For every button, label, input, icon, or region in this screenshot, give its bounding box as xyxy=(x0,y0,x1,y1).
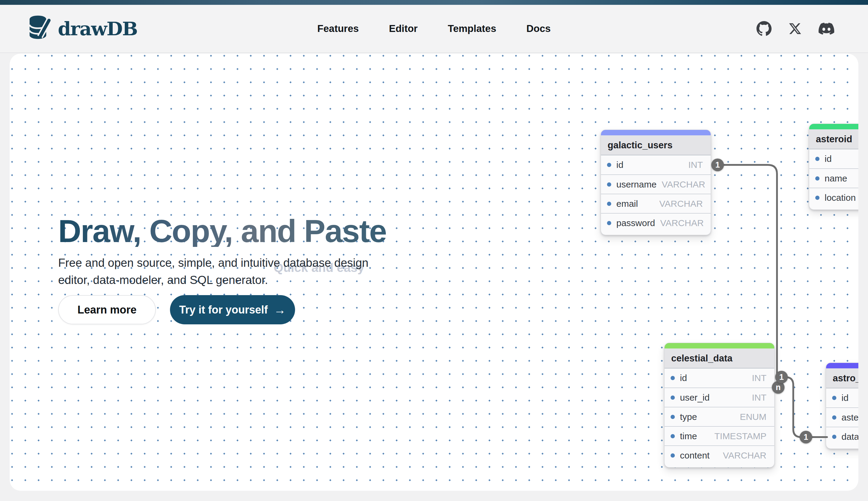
hero-copy: Quick and easy Draw, Copy, and Paste Fre… xyxy=(58,215,414,324)
field-type: ENUM xyxy=(740,412,767,422)
field-name: id xyxy=(617,160,623,170)
field-row: data_i xyxy=(826,427,858,446)
field-type: INT xyxy=(688,160,703,170)
field-dot-icon xyxy=(832,396,836,400)
drawdb-logo-icon xyxy=(28,15,54,43)
field-row: id xyxy=(826,388,858,407)
field-name: password xyxy=(617,218,655,228)
field-dot-icon xyxy=(815,196,819,200)
field-row: usernameVARCHAR xyxy=(601,174,711,194)
discord-icon[interactable] xyxy=(818,21,834,36)
table-name: astro_m xyxy=(826,369,858,388)
field-name: id xyxy=(680,373,687,383)
field-name: data_i xyxy=(842,432,858,442)
cardinality-badge-1: 1 xyxy=(711,159,724,171)
field-name: content xyxy=(680,450,709,461)
field-dot-icon xyxy=(832,415,836,419)
field-dot-icon xyxy=(832,435,836,439)
table-name: asteroid xyxy=(809,129,858,149)
try-it-label: Try it for yourself xyxy=(179,303,268,316)
field-row: idINT xyxy=(665,369,774,388)
main-nav: Features Editor Templates Docs xyxy=(317,23,551,34)
field-type: VARCHAR xyxy=(660,199,703,209)
field-row: passwordVARCHAR xyxy=(601,213,711,232)
field-row: contentVARCHAR xyxy=(665,446,774,465)
hero-canvas: galactic_usersidINTusernameVARCHARemailV… xyxy=(10,54,858,491)
hero-subtitle-line2: editor, data-modeler, and SQL generator. xyxy=(58,274,268,286)
table-name: celestial_data xyxy=(665,349,774,369)
field-name: time xyxy=(680,431,697,441)
nav-link-docs[interactable]: Docs xyxy=(526,23,551,34)
field-row: timeTIMESTAMP xyxy=(665,426,774,446)
github-icon[interactable] xyxy=(757,21,772,36)
field-name: id xyxy=(842,393,848,403)
table-accent-bar xyxy=(601,130,711,135)
field-row: astero xyxy=(826,407,858,427)
hero-subtitle: Free and open source, simple, and intuit… xyxy=(58,254,414,288)
field-row: idINT xyxy=(601,155,711,174)
field-row: typeENUM xyxy=(665,407,774,426)
field-dot-icon xyxy=(815,157,819,161)
field-dot-icon xyxy=(671,434,675,438)
social-links xyxy=(757,21,834,36)
hero-subtitle-line1: Free and open source, simple, and intuit… xyxy=(58,256,368,269)
field-name: username xyxy=(617,179,656,190)
field-type: VARCHAR xyxy=(660,218,704,228)
top-accent-bar xyxy=(0,0,868,5)
field-type: VARCHAR xyxy=(662,179,705,190)
table-asteroid[interactable]: asteroididnamelocation xyxy=(809,124,858,210)
field-row: emailVARCHAR xyxy=(601,194,711,213)
table-galactic_users[interactable]: galactic_usersidINTusernameVARCHARemailV… xyxy=(601,130,711,235)
cta-row: Learn more Try it for yourself → xyxy=(58,295,414,324)
nav-link-editor[interactable]: Editor xyxy=(389,23,417,34)
table-celestial_data[interactable]: celestial_dataidINTuser_idINTtypeENUMtim… xyxy=(664,343,774,468)
hero-heading: Draw, Copy, and Paste xyxy=(58,215,414,247)
field-type: INT xyxy=(752,393,767,403)
table-accent-bar xyxy=(665,343,774,349)
table-accent-bar xyxy=(826,363,858,369)
table-astro_m[interactable]: astro_midasterodata_i xyxy=(826,363,858,449)
field-type: VARCHAR xyxy=(723,450,767,461)
nav-link-templates[interactable]: Templates xyxy=(448,23,496,34)
field-dot-icon xyxy=(607,182,611,186)
field-name: name xyxy=(825,173,847,184)
field-row: name xyxy=(809,169,858,188)
field-name: user_id xyxy=(680,393,709,403)
field-row: user_idINT xyxy=(665,388,774,407)
arrow-right-icon: → xyxy=(274,304,286,316)
field-dot-icon xyxy=(671,454,675,458)
field-row: id xyxy=(809,149,858,169)
relationship-path xyxy=(782,377,827,437)
logo-text: drawDB xyxy=(58,18,137,40)
field-dot-icon xyxy=(607,202,611,206)
table-name: galactic_users xyxy=(601,135,711,155)
field-dot-icon xyxy=(671,395,675,400)
field-name: email xyxy=(617,199,638,209)
try-it-button[interactable]: Try it for yourself → xyxy=(170,295,295,324)
x-twitter-icon[interactable] xyxy=(789,22,802,35)
learn-more-button[interactable]: Learn more xyxy=(58,295,156,324)
field-name: location xyxy=(825,193,856,203)
field-dot-icon xyxy=(607,163,611,167)
field-type: TIMESTAMP xyxy=(714,431,767,441)
field-dot-icon xyxy=(815,176,819,181)
cardinality-badge-1: 1 xyxy=(775,371,788,383)
logo[interactable]: drawDB xyxy=(28,15,137,43)
field-name: astero xyxy=(842,412,858,423)
field-name: id xyxy=(825,154,832,164)
table-accent-bar xyxy=(809,124,858,129)
field-dot-icon xyxy=(671,415,675,419)
field-name: type xyxy=(680,412,697,422)
field-type: INT xyxy=(752,373,767,383)
field-dot-icon xyxy=(671,376,675,380)
cardinality-badge-1: 1 xyxy=(800,431,812,444)
field-row: location xyxy=(809,188,858,207)
field-dot-icon xyxy=(607,221,611,225)
navbar: drawDB Features Editor Templates Docs xyxy=(0,5,868,53)
nav-link-features[interactable]: Features xyxy=(317,23,359,34)
